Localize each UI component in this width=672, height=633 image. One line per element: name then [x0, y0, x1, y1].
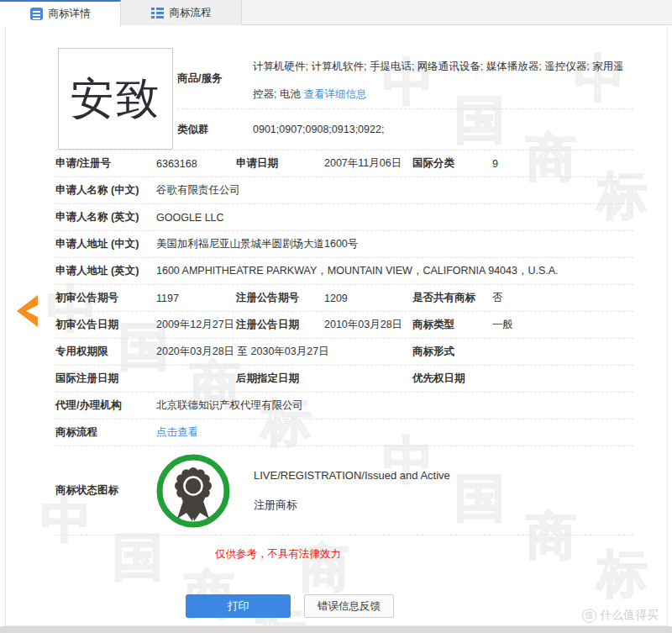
list-icon — [151, 8, 164, 18]
field-label: 国际分类 — [412, 156, 492, 171]
field-value: 一般 — [492, 318, 633, 332]
trademark-name: 安致 — [71, 70, 161, 129]
field-label: 商标形式 — [412, 345, 492, 359]
field-label: 申请人名称 (英文) — [55, 210, 156, 224]
field-value: 2020年03月28日 至 2030年03月27日 — [156, 345, 412, 359]
previous-arrow-button[interactable] — [11, 293, 38, 330]
table-row-first-publication: 初审公告期号 1197 注册公告期号 1209 是否共有商标 否 — [55, 285, 633, 312]
table-row-applicant-cn: 申请人名称 (中文) 谷歌有限责任公司 — [55, 177, 633, 204]
goods-services-row: 商品/服务 计算机硬件; 计算机软件; 手提电话; 网络通讯设备; 媒体播放器;… — [177, 48, 633, 109]
field-value: 6363168 — [156, 158, 236, 170]
trademark-summary: 安致 商品/服务 计算机硬件; 计算机软件; 手提电话; 网络通讯设备; 媒体播… — [55, 48, 633, 150]
field-label: 申请人地址 (中文) — [55, 237, 156, 251]
similar-group-value: 0901;0907;0908;0913;0922; — [253, 124, 384, 135]
status-line-english: LIVE/REGISTRATION/Issued and Active — [254, 469, 450, 482]
trademark-detail-page: 商标详情 商标流程 中国商标中国商标中国商标中国商标中商 安致 商品/服务 计算… — [0, 0, 672, 633]
registered-medal-icon — [156, 454, 230, 528]
field-value: 2010年03月28日 — [324, 318, 412, 332]
table-row-publication-dates: 初审公告日期 2009年12月27日 注册公告日期 2010年03月28日 商标… — [55, 312, 633, 339]
site-name: 什么值得买 — [600, 608, 659, 623]
table-row-address-en: 申请人地址 (英文) 1600 AMPHITHEATRE PARKWAY，MOU… — [55, 258, 633, 285]
field-label: 代理/办理机构 — [55, 398, 156, 413]
field-label: 申请人地址 (英文) — [55, 264, 156, 278]
field-label: 商标类型 — [412, 318, 492, 332]
bottom-divider — [0, 626, 672, 633]
document-icon — [30, 8, 43, 20]
table-row-address-cn: 申请人地址 (中文) 美国加利福尼亚山景城半圆剧场大道1600号 — [55, 231, 633, 258]
field-value: 2007年11月06日 — [324, 156, 412, 171]
field-label: 初审公告日期 — [55, 318, 156, 332]
field-label: 申请/注册号 — [55, 156, 156, 171]
detail-panel: 中国商标中国商标中国商标中国商标中商 安致 商品/服务 计算机硬件; 计算机软件… — [5, 25, 668, 626]
similar-group-row: 类似群 0901;0907;0908;0913;0922; — [177, 109, 633, 150]
field-value: 9 — [492, 158, 633, 170]
table-row-agency: 代理/办理机构 北京联德知识产权代理有限公司 — [55, 393, 633, 419]
field-value: 否 — [492, 291, 633, 305]
field-value: 2009年12月27日 — [156, 318, 236, 332]
field-value: 美国加利福尼亚山景城半圆剧场大道1600号 — [156, 237, 633, 251]
trademark-image: 安致 — [58, 48, 173, 150]
field-label: 申请人名称 (中文) — [55, 183, 156, 198]
field-label: 商标流程 — [55, 425, 156, 440]
tab-label: 商标流程 — [170, 6, 212, 20]
disclaimer-note: 仅供参考，不具有法律效力 — [215, 547, 633, 561]
field-value: 北京联德知识产权代理有限公司 — [156, 398, 633, 413]
table-row-applicant-en: 申请人名称 (英文) GOOGLE LLC — [55, 204, 633, 231]
site-watermark: 值 什么值得买 — [582, 608, 659, 623]
field-label: 后期指定日期 — [236, 372, 324, 386]
site-logo-icon: 值 — [582, 609, 596, 623]
field-label: 商品/服务 — [177, 53, 253, 108]
field-label: 注册公告日期 — [236, 318, 324, 332]
tab-trademark-process[interactable]: 商标流程 — [121, 0, 242, 25]
field-label: 注册公告期号 — [236, 291, 324, 305]
field-label: 专用权期限 — [55, 345, 156, 359]
field-value: 1600 AMPHITHEATRE PARKWAY，MOUNTAIN VIEW，… — [156, 264, 633, 278]
tab-label: 商标详情 — [49, 7, 91, 21]
print-button[interactable]: 打印 — [186, 594, 291, 618]
field-value: GOOGLE LLC — [156, 212, 633, 224]
field-label: 申请日期 — [236, 156, 324, 171]
view-details-link[interactable]: 查看详细信息 — [303, 88, 366, 100]
status-line-chinese: 注册商标 — [254, 498, 450, 513]
table-row-international-dates: 国际注册日期 后期指定日期 优先权日期 — [55, 366, 633, 393]
field-label: 商标状态图标 — [55, 483, 156, 498]
table-row-process: 商标流程 点击查看 — [55, 419, 633, 446]
click-to-view-link[interactable]: 点击查看 — [156, 425, 198, 440]
field-label: 是否共有商标 — [412, 291, 492, 305]
table-row-exclusive-period: 专用权期限 2020年03月28日 至 2030年03月27日 商标形式 — [55, 339, 633, 366]
field-label: 优先权日期 — [412, 372, 492, 386]
error-feedback-button[interactable]: 错误信息反馈 — [304, 594, 394, 618]
tab-trademark-detail[interactable]: 商标详情 — [0, 0, 121, 26]
table-row-registration: 申请/注册号 6363168 申请日期 2007年11月06日 国际分类 9 — [55, 150, 633, 177]
field-label: 初审公告期号 — [55, 291, 156, 305]
field-value: 1197 — [156, 293, 236, 304]
action-buttons: 打印 错误信息反馈 — [186, 594, 633, 618]
field-label: 国际注册日期 — [55, 372, 156, 386]
field-label: 类似群 — [177, 123, 253, 137]
tab-bar: 商标详情 商标流程 — [0, 0, 672, 25]
field-value: 1209 — [324, 293, 412, 304]
field-value: 谷歌有限责任公司 — [156, 183, 633, 198]
table-row-status: 商标状态图标 — [55, 446, 633, 535]
